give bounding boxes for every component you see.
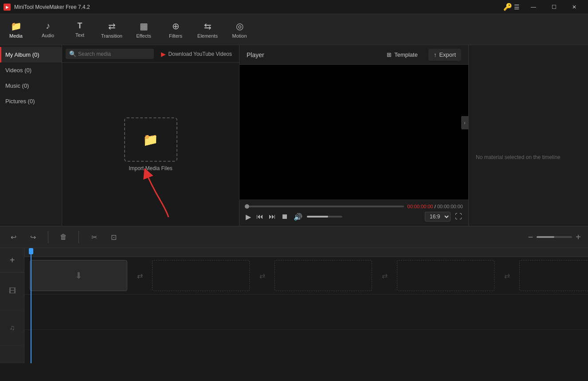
download-clip-icon: ⬇: [75, 270, 82, 281]
panel-collapse-button[interactable]: ›: [461, 116, 468, 129]
zoom-track[interactable]: [537, 236, 572, 238]
toolbar-item-filters[interactable]: ⊕ Filters: [160, 14, 192, 45]
undo-button[interactable]: ↩: [7, 231, 20, 243]
template-icon: ⊞: [387, 51, 392, 58]
audio-icon: ♪: [46, 21, 50, 31]
video-track-icon: 🎞: [9, 287, 16, 295]
time-display: 00:00:00:00 / 00:00:00:00: [408, 204, 463, 209]
transition-3-icon: ⇄: [382, 272, 388, 280]
transition-3[interactable]: ⇄: [376, 260, 393, 291]
volume-track[interactable]: [307, 216, 342, 218]
window-controls: — ☐ ✕: [523, 0, 584, 14]
toolbar-item-audio[interactable]: ♪ Audio: [32, 14, 64, 45]
no-material-message: No material selected on the timeline: [469, 147, 588, 167]
transition-icon: ⇄: [108, 21, 116, 31]
toolbar-item-effects[interactable]: ▦ Effects: [128, 14, 160, 45]
progress-handle[interactable]: [245, 204, 249, 209]
video-clip-3[interactable]: [274, 260, 372, 291]
template-button[interactable]: ⊞ Template: [381, 49, 423, 61]
import-box[interactable]: 📁: [124, 117, 177, 162]
motion-icon: ◎: [236, 21, 243, 31]
video-track: ⬇ ⇄ ⇄ ⇄: [24, 257, 588, 295]
import-label: Import Media Files: [129, 165, 172, 171]
video-clip-1[interactable]: ⬇: [30, 260, 127, 291]
minimize-button[interactable]: —: [523, 0, 544, 14]
timeline-content: ⬇ ⇄ ⇄ ⇄: [24, 248, 588, 363]
right-panel: › No material selected on the timeline: [468, 45, 588, 226]
media-icon: 📁: [11, 21, 22, 31]
crop-button[interactable]: ⊡: [107, 231, 120, 243]
search-input[interactable]: [78, 51, 150, 57]
play-button[interactable]: ▶: [245, 212, 252, 222]
skip-forward-button[interactable]: ⏭: [268, 212, 277, 222]
toolbar-item-media[interactable]: 📁 Media: [0, 14, 32, 45]
audio-track: [24, 295, 588, 330]
sidebar: My Album (0) Videos (0) Music (0) Pictur…: [0, 45, 62, 226]
zoom-fill: [537, 236, 554, 238]
sidebar-item-videos[interactable]: Videos (0): [0, 62, 62, 78]
stop-button[interactable]: ⏹: [280, 212, 289, 222]
cut-button[interactable]: ✂: [88, 231, 100, 243]
redo-button[interactable]: ↪: [27, 231, 39, 243]
add-to-timeline-button[interactable]: +: [0, 248, 24, 272]
zoom-out-button[interactable]: −: [528, 232, 533, 242]
toolbar-label-filters: Filters: [169, 33, 182, 39]
timeline: + 🎞 ♫ ⬇ ⇄: [0, 248, 588, 363]
playhead-top: [29, 248, 33, 254]
video-clip-2[interactable]: [152, 260, 250, 291]
time-total: 00:00:00:00: [437, 204, 463, 209]
timeline-toolbar: ↩ ↪ 🗑 ✂ ⊡ − +: [0, 226, 588, 248]
media-area: 🔍 ▶ Download YouTube Videos 📁 Import Med…: [62, 45, 239, 226]
sidebar-item-music[interactable]: Music (0): [0, 78, 62, 93]
menu-icon[interactable]: ☰: [514, 4, 520, 11]
transition-2-icon: ⇄: [259, 272, 265, 280]
template-label: Template: [394, 51, 418, 58]
import-area: 📁 Import Media Files: [62, 63, 239, 226]
toolbar-label-effects: Effects: [136, 33, 151, 39]
time-current: 00:00:00:00: [408, 204, 433, 209]
player-area: Player ⊞ Template ↑ Export 00:00:00:00: [239, 45, 468, 226]
toolbar-label-motion: Motion: [232, 33, 247, 39]
toolbar-label-elements: Elements: [197, 33, 218, 39]
sidebar-item-my-album[interactable]: My Album (0): [0, 47, 62, 62]
cut-icon: ✂: [91, 233, 97, 241]
fullscreen-button[interactable]: ⛶: [454, 212, 463, 222]
transition-4[interactable]: ⇄: [498, 260, 516, 291]
toolbar-label-audio: Audio: [42, 33, 54, 38]
transition-1[interactable]: ⇄: [131, 260, 149, 291]
search-icon: 🔍: [69, 51, 76, 57]
delete-button[interactable]: 🗑: [57, 231, 70, 243]
download-youtube-button[interactable]: ▶ Download YouTube Videos: [157, 49, 235, 59]
separator-1: [48, 231, 48, 243]
toolbar-item-text[interactable]: T Text: [64, 14, 96, 45]
youtube-icon: ▶: [161, 51, 166, 58]
transition-2[interactable]: ⇄: [253, 260, 271, 291]
player-header: Player ⊞ Template ↑ Export: [239, 45, 468, 65]
zoom-in-button[interactable]: +: [576, 232, 581, 242]
sidebar-item-pictures[interactable]: Pictures (0): [0, 93, 62, 109]
export-button[interactable]: ↑ Export: [428, 49, 461, 61]
toolbar-item-transition[interactable]: ⇄ Transition: [96, 14, 128, 45]
progress-track[interactable]: [245, 206, 404, 207]
close-button[interactable]: ✕: [564, 0, 584, 14]
media-toolbar: 🔍 ▶ Download YouTube Videos: [62, 45, 239, 63]
maximize-button[interactable]: ☐: [544, 0, 564, 14]
filters-icon: ⊕: [172, 21, 180, 31]
toolbar-item-motion[interactable]: ◎ Motion: [223, 14, 255, 45]
video-clip-5[interactable]: [519, 260, 588, 291]
undo-icon: ↩: [11, 233, 16, 241]
app-icon: ▶: [4, 4, 11, 11]
toolbar-item-elements[interactable]: ⇆ Elements: [192, 14, 223, 45]
transition-4-icon: ⇄: [504, 272, 510, 280]
delete-icon: 🗑: [60, 233, 67, 241]
volume-button[interactable]: 🔊: [293, 212, 303, 222]
zoom-controls: − +: [528, 232, 581, 242]
redo-icon: ↪: [30, 233, 36, 241]
folder-icon: 📁: [143, 132, 158, 147]
app-title: MiniTool MovieMaker Free 7.4.2: [14, 4, 503, 10]
aspect-ratio-select[interactable]: 16:9 9:16 4:3 1:1: [425, 212, 451, 222]
video-clip-4[interactable]: [397, 260, 494, 291]
skip-back-button[interactable]: ⏮: [255, 212, 264, 222]
player-controls: 00:00:00:00 / 00:00:00:00 ▶ ⏮ ⏭ ⏹ 🔊 16:9…: [239, 199, 468, 226]
toolbar-label-transition: Transition: [101, 33, 122, 39]
